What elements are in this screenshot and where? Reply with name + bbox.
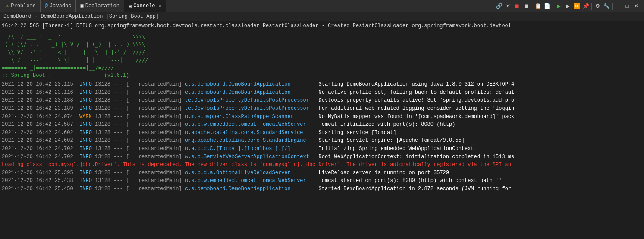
console-icon: ▣ [129, 3, 132, 10]
log-line-6: 2021-12-20 16:42:24.587 INFO 13128 --- [… [2, 121, 642, 129]
log-line-4: 2021-12-20 16:42:23.189 INFO 13128 --- [… [2, 105, 642, 113]
toolbar-run-btn[interactable]: ▶ [554, 2, 563, 10]
log-line-deprecated: Loading class `com.mysql.jdbc.Driver'. T… [2, 161, 642, 169]
log-line-7: 2021-12-20 16:42:24.602 INFO 13128 --- [… [2, 129, 642, 137]
toolbar-stop2-btn[interactable]: ⏹ [522, 2, 531, 10]
toolbar-link-btn[interactable]: 🔗 [495, 2, 503, 10]
log-line-9: 2021-12-20 16:42:24.702 INFO 13128 --- [… [2, 145, 642, 153]
toolbar-settings-btn[interactable]: ⚙ [593, 2, 602, 10]
declaration-icon: ▣ [80, 3, 83, 9]
toolbar-copy-btn[interactable]: 📋 [534, 2, 542, 10]
toolbar-minimize-btn[interactable]: ─ [614, 2, 622, 10]
tab-declaration-label: Declaration [85, 3, 119, 9]
tab-console[interactable]: ▣ Console ✕ [124, 0, 166, 12]
toolbar-separator-1 [532, 3, 532, 10]
toolbar-separator-4 [612, 3, 613, 10]
toolbar-gear-btn[interactable]: 🔧 [602, 2, 611, 10]
problems-icon: ⚠ [6, 3, 9, 9]
log-line-1: 2021-12-20 16:42:23.115 INFO 13128 --- [… [2, 80, 642, 89]
app-title-text: DemoBoard - DemoBoardApplication [Spring… [3, 13, 159, 19]
log-line-11: 2021-12-20 16:42:25.395 INFO 13128 --- [… [2, 169, 642, 177]
log-line-2: 2021-12-20 16:42:23.116 INFO 13128 --- [… [2, 89, 642, 97]
tab-bar: ⚠ Problems @ Javadoc ▣ Declaration ▣ Con… [0, 0, 644, 12]
tab-problems[interactable]: ⚠ Problems [2, 0, 41, 12]
toolbar-pin-btn[interactable]: 📌 [581, 2, 590, 10]
app-title: DemoBoard - DemoBoardApplication [Spring… [0, 12, 644, 21]
log-line-5: 2021-12-20 16:42:24.074 WARN 13128 --- [… [2, 113, 642, 121]
toolbar-separator-2 [553, 3, 553, 10]
console-area[interactable]: 16:42:22.565 [Thread-1] DEBUG org.spring… [0, 21, 644, 226]
log-entries: 2021-12-20 16:42:23.115 INFO 13128 --- [… [2, 80, 642, 193]
log-line-12: 2021-12-20 16:42:25.438 INFO 13128 --- [… [2, 177, 642, 185]
spring-banner: /\ / ___.' _ '. .-. . .--. .---. \\\\ ( … [2, 33, 642, 80]
log-line-debug: 16:42:22.565 [Thread-1] DEBUG org.spring… [2, 22, 642, 30]
toolbar-remove-btn[interactable]: ✕ [504, 2, 512, 10]
console-close-icon[interactable]: ✕ [159, 3, 161, 9]
toolbar-run2-btn[interactable]: ▶ [563, 2, 572, 10]
javadoc-icon: @ [45, 3, 48, 9]
toolbar-maximize-btn[interactable]: □ [623, 2, 631, 10]
tab-console-label: Console [133, 3, 155, 9]
toolbar-skip-btn[interactable]: ⏩ [572, 2, 581, 10]
toolbar-separator-3 [591, 3, 592, 10]
log-line-13: 2021-12-20 16:42:25.450 INFO 13128 --- [… [2, 185, 642, 193]
tab-javadoc-label: Javadoc [50, 3, 71, 9]
toolbar-close-btn[interactable]: ✕ [632, 2, 641, 10]
spring-version-line: :: Spring Boot :: (v2.6.1) [2, 72, 642, 80]
toolbar-stop-btn[interactable]: ⏹ [513, 2, 521, 10]
log-line-10: 2021-12-20 16:42:24.702 INFO 13128 --- [… [2, 153, 642, 161]
tab-problems-label: Problems [11, 3, 36, 9]
banner-art: /\ / ___.' _ '. .-. . .--. .---. \\\\ ( … [2, 33, 642, 72]
log-line-3: 2021-12-20 16:42:23.188 INFO 13128 --- [… [2, 96, 642, 105]
tab-javadoc[interactable]: @ Javadoc [41, 0, 76, 12]
tab-declaration[interactable]: ▣ Declaration [76, 0, 124, 12]
log-line-8: 2021-12-20 16:42:24.602 INFO 13128 --- [… [2, 137, 642, 145]
toolbar-paste-btn[interactable]: 📄 [543, 2, 551, 10]
